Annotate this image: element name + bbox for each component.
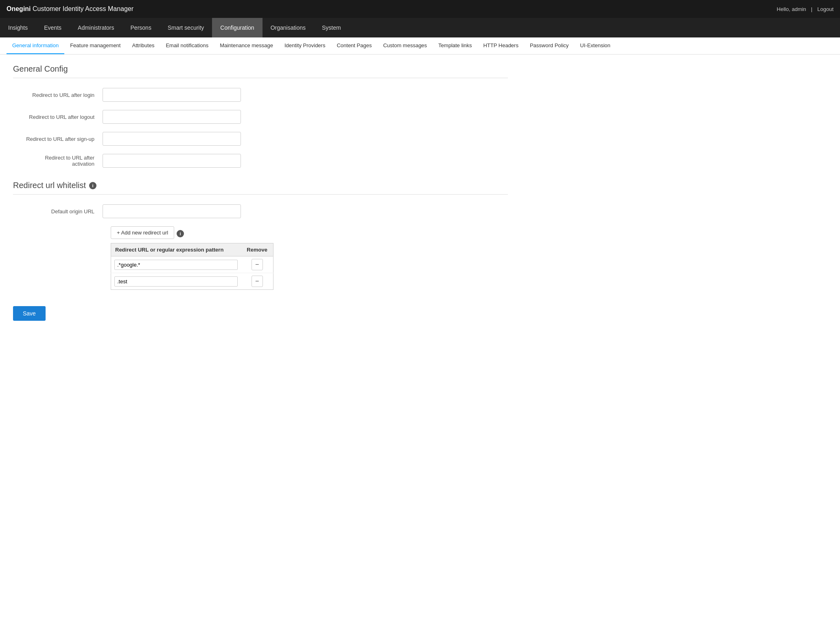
field-redirect-logout: Redirect to URL after logout	[13, 110, 508, 124]
divider: |	[811, 6, 812, 12]
add-redirect-info-icon[interactable]: i	[177, 230, 184, 237]
nav-persons[interactable]: Persons	[122, 18, 160, 37]
subnav-attributes[interactable]: Attributes	[126, 37, 160, 54]
content-area: General Config Redirect to URL after log…	[0, 55, 521, 331]
subnav-custom-messages[interactable]: Custom messages	[377, 37, 433, 54]
label-redirect-signup: Redirect to URL after sign-up	[13, 136, 103, 142]
whitelist-section: Redirect url whitelist i Default origin …	[13, 181, 508, 290]
nav-administrators[interactable]: Administrators	[70, 18, 122, 37]
table-cell-pattern-2	[111, 273, 241, 290]
input-pattern-1[interactable]	[114, 260, 238, 270]
remove-button-1[interactable]: −	[252, 259, 263, 270]
table-row: −	[111, 273, 273, 290]
table-cell-remove-1: −	[241, 256, 273, 273]
save-section: Save	[13, 306, 508, 321]
whitelist-info-icon[interactable]: i	[89, 182, 96, 189]
subnav-general-information[interactable]: General information	[7, 37, 64, 54]
brand-name: Onegini	[7, 5, 31, 12]
subnav-template-links[interactable]: Template links	[433, 37, 477, 54]
general-config-title: General Config	[13, 64, 508, 78]
subnav-identity-providers[interactable]: Identity Providers	[279, 37, 331, 54]
main-nav: Insights Events Administrators Persons S…	[0, 18, 840, 37]
top-bar-user: Hello, admin | Logout	[777, 6, 833, 12]
nav-events[interactable]: Events	[36, 18, 70, 37]
field-default-origin: Default origin URL	[13, 204, 508, 218]
add-redirect-button[interactable]: + Add new redirect url	[111, 226, 174, 239]
redirect-table: Redirect URL or regular expression patte…	[111, 243, 273, 290]
table-cell-pattern-1	[111, 256, 241, 273]
whitelist-title-text: Redirect url whitelist	[13, 181, 86, 190]
input-redirect-signup[interactable]	[103, 132, 241, 146]
save-button[interactable]: Save	[13, 306, 46, 321]
general-config-section: General Config Redirect to URL after log…	[13, 64, 508, 168]
nav-configuration[interactable]: Configuration	[212, 18, 262, 37]
table-cell-remove-2: −	[241, 273, 273, 290]
label-redirect-activation: Redirect to URL afteractivation	[13, 155, 103, 167]
nav-organisations[interactable]: Organisations	[262, 18, 314, 37]
input-redirect-login[interactable]	[103, 88, 241, 102]
table-row: −	[111, 256, 273, 273]
remove-button-2[interactable]: −	[252, 276, 263, 287]
field-redirect-login: Redirect to URL after login	[13, 88, 508, 102]
input-redirect-activation[interactable]	[103, 154, 241, 168]
label-default-origin: Default origin URL	[13, 208, 103, 215]
col-header-remove: Remove	[241, 243, 273, 256]
user-greeting: Hello, admin	[777, 6, 806, 12]
label-redirect-login: Redirect to URL after login	[13, 92, 103, 98]
subnav-content-pages[interactable]: Content Pages	[331, 37, 377, 54]
logout-link[interactable]: Logout	[817, 6, 833, 12]
field-redirect-activation: Redirect to URL afteractivation	[13, 154, 508, 168]
input-redirect-logout[interactable]	[103, 110, 241, 124]
field-redirect-signup: Redirect to URL after sign-up	[13, 132, 508, 146]
subnav-feature-management[interactable]: Feature management	[64, 37, 126, 54]
whitelist-table-wrapper: + Add new redirect url i Redirect URL or…	[111, 226, 273, 290]
sub-nav: General information Feature management A…	[0, 37, 840, 55]
subnav-http-headers[interactable]: HTTP Headers	[477, 37, 524, 54]
input-pattern-2[interactable]	[114, 276, 238, 287]
top-bar: Onegini Customer Identity Access Manager…	[0, 0, 840, 18]
nav-smart-security[interactable]: Smart security	[160, 18, 212, 37]
input-default-origin[interactable]	[103, 204, 241, 218]
nav-system[interactable]: System	[314, 18, 349, 37]
col-header-pattern: Redirect URL or regular expression patte…	[111, 243, 241, 256]
brand-subtitle: Customer Identity Access Manager	[33, 5, 133, 12]
brand: Onegini Customer Identity Access Manager	[7, 5, 777, 13]
subnav-maintenance-message[interactable]: Maintenance message	[214, 37, 279, 54]
subnav-password-policy[interactable]: Password Policy	[524, 37, 574, 54]
label-redirect-logout: Redirect to URL after logout	[13, 114, 103, 120]
nav-insights[interactable]: Insights	[0, 18, 36, 37]
subnav-ui-extension[interactable]: UI-Extension	[574, 37, 616, 54]
whitelist-title: Redirect url whitelist i	[13, 181, 508, 195]
subnav-email-notifications[interactable]: Email notifications	[160, 37, 214, 54]
